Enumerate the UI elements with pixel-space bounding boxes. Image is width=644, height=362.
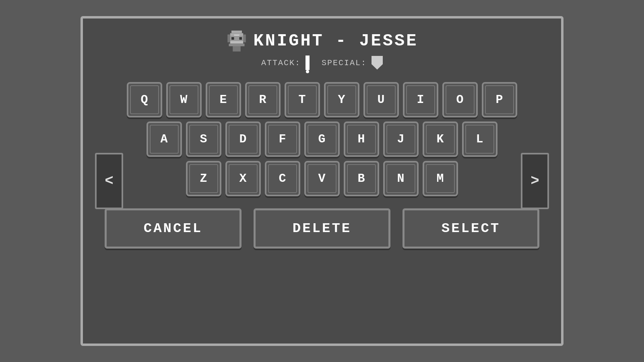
- main-panel: < > KNIGHT - JESSE: [80, 16, 564, 346]
- attack-icon: [305, 56, 310, 70]
- key-t[interactable]: T: [285, 82, 320, 117]
- svg-rect-11: [234, 35, 239, 36]
- keyboard-row-2: ASDFGHJKL: [147, 121, 497, 157]
- svg-rect-0: [231, 31, 242, 33]
- svg-rect-8: [243, 35, 246, 43]
- nav-arrow-right[interactable]: >: [521, 153, 549, 209]
- key-x[interactable]: X: [225, 161, 261, 196]
- svg-rect-4: [239, 37, 242, 40]
- left-arrow-icon: <: [105, 173, 114, 189]
- key-d[interactable]: D: [225, 121, 261, 157]
- key-u[interactable]: U: [363, 82, 399, 117]
- key-r[interactable]: R: [245, 82, 281, 117]
- special-stat: SPECIAL:: [322, 56, 383, 70]
- key-g[interactable]: G: [304, 121, 340, 157]
- keyboard: QWERTYUIOP ASDFGHJKL ZXCVBNM: [127, 82, 517, 196]
- key-n[interactable]: N: [383, 161, 419, 196]
- key-f[interactable]: F: [265, 121, 300, 157]
- key-s[interactable]: S: [186, 121, 221, 157]
- key-y[interactable]: Y: [324, 82, 359, 117]
- attack-label: ATTACK:: [261, 58, 301, 68]
- key-z[interactable]: Z: [186, 161, 221, 196]
- keyboard-row-1: QWERTYUIOP: [127, 82, 517, 117]
- key-b[interactable]: B: [344, 161, 379, 196]
- svg-rect-10: [237, 46, 241, 51]
- key-k[interactable]: K: [423, 121, 458, 157]
- key-h[interactable]: H: [344, 121, 379, 157]
- key-v[interactable]: V: [304, 161, 340, 196]
- header: KNIGHT - JESSE ATTACK: SPECIAL:: [99, 31, 545, 70]
- svg-rect-5: [230, 41, 243, 44]
- right-arrow-icon: >: [530, 173, 539, 189]
- title-row: KNIGHT - JESSE: [226, 31, 418, 51]
- key-i[interactable]: I: [403, 82, 438, 117]
- key-o[interactable]: O: [442, 82, 478, 117]
- key-p[interactable]: P: [482, 82, 517, 117]
- bottom-buttons: CANCEL DELETE SELECT: [99, 208, 545, 249]
- key-l[interactable]: L: [462, 121, 497, 157]
- stats-row: ATTACK: SPECIAL:: [261, 56, 383, 70]
- key-q[interactable]: Q: [127, 82, 162, 117]
- key-c[interactable]: C: [265, 161, 300, 196]
- key-j[interactable]: J: [383, 121, 419, 157]
- key-m[interactable]: M: [423, 161, 458, 196]
- svg-rect-9: [233, 46, 237, 51]
- svg-rect-2: [229, 36, 244, 41]
- attack-stat: ATTACK:: [261, 56, 310, 70]
- key-w[interactable]: W: [166, 82, 202, 117]
- cancel-button[interactable]: CANCEL: [105, 208, 242, 249]
- svg-rect-6: [229, 44, 244, 47]
- delete-button[interactable]: DELETE: [254, 208, 390, 249]
- keyboard-row-3: ZXCVBNM: [186, 161, 458, 196]
- special-label: SPECIAL:: [322, 58, 367, 68]
- key-a[interactable]: A: [147, 121, 182, 157]
- select-button[interactable]: SELECT: [402, 208, 539, 249]
- character-title: KNIGHT - JESSE: [254, 31, 418, 51]
- svg-rect-7: [227, 35, 230, 43]
- key-e[interactable]: E: [206, 82, 241, 117]
- knight-icon: [226, 31, 247, 51]
- shield-icon: [372, 56, 383, 70]
- svg-rect-3: [231, 37, 234, 40]
- nav-arrow-left[interactable]: <: [95, 153, 123, 209]
